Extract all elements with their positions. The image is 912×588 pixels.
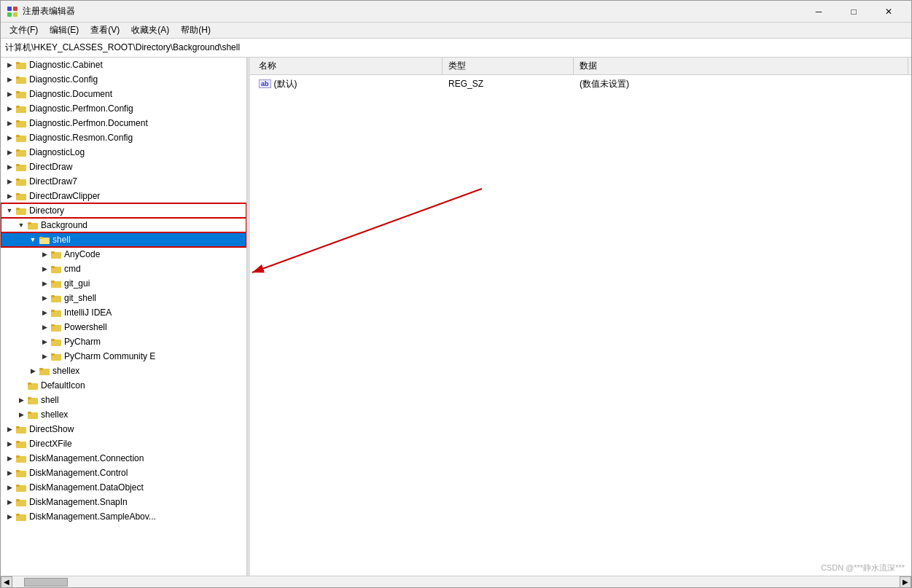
tree-item-diskmanagement-connection[interactable]: ▶ DiskManagement.Connection — [1, 451, 246, 466]
tree-item-diskmanagement-dataobject[interactable]: ▶ DiskManagement.DataObject — [1, 480, 246, 495]
expander-icon: ▶ — [4, 76, 15, 83]
svg-rect-8 — [16, 77, 20, 79]
column-header-data: 数据 — [574, 58, 908, 74]
svg-rect-66 — [16, 499, 20, 501]
menu-favorites[interactable]: 收藏夹(A) — [125, 23, 175, 38]
folder-icon — [15, 176, 27, 187]
column-header-type: 类型 — [443, 58, 574, 74]
tree-label: AnyCode — [64, 249, 246, 259]
tree-item-diagnosticlog[interactable]: ▶ DiagnosticLog — [1, 145, 246, 160]
registry-row-default[interactable]: ab (默认) REG_SZ (数值未设置) — [250, 77, 911, 91]
tree-label: DirectDrawClipper — [29, 191, 246, 201]
horizontal-scrollbar[interactable]: ◀ ▶ — [1, 576, 911, 587]
tree-label: cmd — [64, 264, 246, 274]
tree-item-directdraw7[interactable]: ▶ DirectDraw7 — [1, 174, 246, 189]
tree-item-directory[interactable]: ▼ Directory — [1, 203, 246, 218]
svg-rect-1 — [13, 7, 17, 11]
svg-rect-24 — [16, 193, 20, 195]
folder-icon — [27, 394, 39, 406]
tree-item-pycharm-community[interactable]: ▶ PyCharm Community E — [1, 349, 246, 364]
svg-rect-42 — [51, 324, 55, 326]
tree-item-anycode[interactable]: ▶ AnyCode — [1, 247, 246, 262]
tree-label: DiskManagement.DataObject — [29, 482, 246, 493]
svg-rect-22 — [16, 179, 20, 181]
expander-icon: ▶ — [39, 265, 50, 273]
tree-item-background[interactable]: ▼ Background — [1, 218, 246, 232]
tree-item-powershell[interactable]: ▶ Powershell — [1, 320, 246, 334]
tree-item-diagnostic-perfmon-document[interactable]: ▶ Diagnostic.Perfmon.Document — [1, 116, 246, 130]
tree-item-diagnostic-config[interactable]: ▶ Diagnostic.Config — [1, 72, 246, 87]
tree-item-directdrawclipper[interactable]: ▶ DirectDrawClipper — [1, 189, 246, 203]
tree-item-pycharm[interactable]: ▶ PyCharm — [1, 334, 246, 349]
tree-item-directdraw[interactable]: ▶ DirectDraw — [1, 160, 246, 174]
expander-icon: ▶ — [39, 294, 50, 302]
tree-label: Directory — [29, 205, 246, 216]
svg-rect-6 — [16, 62, 20, 64]
svg-rect-52 — [28, 397, 31, 399]
tree-item-diagnostic-resmon[interactable]: ▶ Diagnostic.Resmon.Config — [1, 130, 246, 145]
tree-item-cmd[interactable]: ▶ cmd — [1, 262, 246, 276]
tree-label: shell — [52, 235, 246, 245]
svg-rect-56 — [16, 426, 20, 428]
tree-item-shellex-directory[interactable]: ▶ shellex — [1, 407, 246, 422]
window-title: 注册表编辑器 — [23, 5, 802, 17]
tree-item-intellij[interactable]: ▶ IntelliJ IDEA — [1, 305, 246, 320]
expander-icon: ▶ — [4, 484, 15, 491]
expander-icon: ▶ — [39, 353, 50, 360]
svg-rect-30 — [39, 237, 43, 239]
tree-label: Diagnostic.Document — [29, 89, 246, 99]
tree-item-directxfile[interactable]: ▶ DirectXFile — [1, 436, 246, 451]
tree-item-shell-directory[interactable]: ▶ shell — [1, 393, 246, 407]
tree-item-defaulticon[interactable]: ▶ DefaultIcon — [1, 378, 246, 393]
svg-rect-3 — [13, 12, 17, 17]
folder-icon — [15, 482, 27, 493]
tree-label: git_gui — [64, 278, 246, 289]
expander-icon: ▶ — [4, 192, 15, 200]
tree-panel[interactable]: ▶ Diagnostic.Cabinet ▶ Diagnostic.Config… — [1, 58, 247, 576]
tree-item-shell[interactable]: ▼ shell — [1, 232, 246, 247]
scroll-right-button[interactable]: ▶ — [900, 576, 911, 588]
tree-item-shellex-background[interactable]: ▶ shellex — [1, 364, 246, 378]
folder-icon — [50, 278, 62, 289]
svg-rect-14 — [16, 120, 20, 122]
folder-icon — [39, 234, 50, 246]
tree-item-diskmanagement-sample[interactable]: ▶ DiskManagement.SampleAbov... — [1, 509, 246, 524]
tree-item-diagnostic-perfmon-config[interactable]: ▶ Diagnostic.Perfmon.Config — [1, 101, 246, 116]
tree-item-diskmanagement-snapin[interactable]: ▶ DiskManagement.SnapIn — [1, 495, 246, 509]
folder-icon — [50, 248, 62, 260]
minimize-button[interactable]: ─ — [802, 1, 835, 23]
tree-item-diagnostic-document[interactable]: ▶ Diagnostic.Document — [1, 87, 246, 101]
expander-icon: ▶ — [39, 309, 50, 316]
expander-icon: ▶ — [4, 105, 15, 112]
tree-label: DiskManagement.Control — [29, 468, 246, 478]
menu-view[interactable]: 查看(V) — [85, 23, 125, 38]
tree-item-git-gui[interactable]: ▶ git_gui — [1, 276, 246, 291]
tree-label: DiskManagement.SampleAbov... — [29, 511, 246, 522]
folder-icon — [15, 59, 27, 71]
scroll-left-button[interactable]: ◀ — [1, 576, 12, 588]
close-button[interactable]: ✕ — [872, 1, 905, 23]
tree-item-diagnostic-cabinet[interactable]: ▶ Diagnostic.Cabinet — [1, 58, 246, 72]
tree-label: DirectDraw7 — [29, 176, 246, 187]
menu-edit[interactable]: 编辑(E) — [44, 23, 85, 38]
scroll-thumb[interactable] — [24, 578, 68, 587]
expander-icon: ▶ — [15, 396, 27, 404]
menu-file[interactable]: 文件(F) — [4, 23, 44, 38]
tree-item-diskmanagement-control[interactable]: ▶ DiskManagement.Control — [1, 466, 246, 480]
svg-rect-44 — [51, 339, 55, 341]
svg-rect-20 — [16, 164, 20, 166]
folder-icon — [39, 365, 50, 377]
folder-icon — [15, 132, 27, 144]
tree-item-git-shell[interactable]: ▶ git_shell — [1, 291, 246, 305]
folder-icon — [15, 467, 27, 479]
tree-item-directshow[interactable]: ▶ DirectShow — [1, 422, 246, 436]
folder-icon — [15, 511, 27, 522]
address-bar: 计算机\HKEY_CLASSES_ROOT\Directory\Backgrou… — [1, 39, 911, 58]
watermark: CSDN @***静水流深*** — [821, 562, 905, 573]
maximize-button[interactable]: □ — [837, 1, 870, 23]
svg-rect-58 — [16, 441, 20, 443]
expander-icon: ▶ — [39, 338, 50, 345]
folder-icon — [15, 423, 27, 435]
menu-help[interactable]: 帮助(H) — [175, 23, 217, 38]
folder-icon — [15, 103, 27, 114]
